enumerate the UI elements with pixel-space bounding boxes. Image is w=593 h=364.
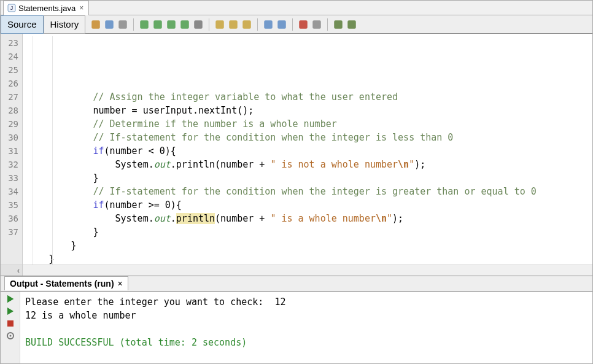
code-line[interactable]: // If-statement for the condition when t… xyxy=(26,131,592,144)
history-tab[interactable]: History xyxy=(44,15,86,34)
svg-rect-2 xyxy=(91,20,100,29)
run-again-alt-icon[interactable] xyxy=(6,306,15,316)
svg-marker-20 xyxy=(7,295,14,303)
svg-rect-13 xyxy=(264,20,273,29)
svg-rect-11 xyxy=(229,20,238,29)
java-file-icon: J xyxy=(7,4,16,12)
settings-icon[interactable] xyxy=(6,331,15,341)
code-line[interactable]: // Assign the integer variable to what t… xyxy=(26,90,592,104)
console-line: Please enter the integer you want to che… xyxy=(25,295,587,309)
output-panel: Please enter the integer you want to che… xyxy=(1,292,592,363)
svg-text:J: J xyxy=(10,5,14,11)
code-line[interactable]: // Determine if the number is a whole nu… xyxy=(26,117,592,131)
svg-rect-7 xyxy=(167,20,176,29)
svg-point-24 xyxy=(9,335,11,336)
output-tab[interactable]: Output - Statements (run) × xyxy=(4,276,128,290)
line-number: 27 xyxy=(1,90,18,104)
nav-fwd-icon[interactable] xyxy=(152,19,163,30)
svg-rect-17 xyxy=(334,20,343,29)
console-line xyxy=(25,322,587,336)
arrow-down-icon[interactable] xyxy=(228,19,239,30)
line-number: 31 xyxy=(1,144,18,158)
stop-icon[interactable] xyxy=(311,19,322,30)
indent-guide xyxy=(33,36,33,265)
svg-rect-12 xyxy=(242,20,251,29)
nav-down-icon[interactable] xyxy=(179,19,190,30)
line-number: 32 xyxy=(1,158,18,171)
code-line[interactable]: // If-statement for the condition when t… xyxy=(26,185,592,198)
svg-rect-8 xyxy=(180,20,189,29)
svg-rect-5 xyxy=(140,20,149,29)
editor-toolbar xyxy=(85,18,357,31)
code-line[interactable]: if(number >= 0){ xyxy=(26,198,592,212)
select-rect-icon[interactable] xyxy=(193,19,204,30)
line-number: 34 xyxy=(1,185,18,198)
close-icon[interactable]: × xyxy=(78,4,85,12)
line-number: 26 xyxy=(1,77,18,90)
code-line[interactable]: number = userInput.nextInt(); xyxy=(26,104,592,117)
svg-rect-15 xyxy=(299,20,308,29)
shift-left-icon[interactable] xyxy=(263,19,274,30)
code-line[interactable]: } xyxy=(26,171,592,185)
code-line[interactable]: if(number < 0){ xyxy=(26,144,592,158)
svg-rect-16 xyxy=(312,20,321,29)
svg-rect-18 xyxy=(347,20,356,29)
scrollbar-track[interactable] xyxy=(23,265,592,276)
editor-mode-bar: Source History xyxy=(1,15,592,34)
line-number: 23 xyxy=(1,36,18,50)
line-number: 37 xyxy=(1,225,18,239)
line-number: 33 xyxy=(1,171,18,185)
file-tab[interactable]: J Statements.java × xyxy=(3,1,89,15)
code-line[interactable]: } xyxy=(26,225,592,239)
arrow-up-icon[interactable] xyxy=(214,19,225,30)
code-line[interactable]: System.out.println(number + " is a whole… xyxy=(26,212,592,225)
line-number: 24 xyxy=(1,50,18,63)
arrow-return-icon[interactable] xyxy=(241,19,252,30)
indent-guide xyxy=(52,36,53,265)
svg-marker-21 xyxy=(7,308,14,315)
line-number: 29 xyxy=(1,117,18,131)
line-number: 36 xyxy=(1,212,18,225)
uncomment-icon[interactable] xyxy=(346,19,357,30)
close-icon[interactable]: × xyxy=(118,279,123,288)
line-number-gutter: 232425262728293031323334353637 xyxy=(1,34,23,265)
nav-up-icon[interactable] xyxy=(166,19,177,30)
line-number: 25 xyxy=(1,63,18,77)
output-side-toolbar xyxy=(1,292,20,363)
shift-right-icon[interactable] xyxy=(276,19,287,30)
svg-rect-3 xyxy=(105,20,114,29)
svg-rect-4 xyxy=(118,20,127,29)
output-panel-header: Output - Statements (run) × xyxy=(1,276,592,292)
svg-rect-14 xyxy=(277,20,286,29)
output-console[interactable]: Please enter the integer you want to che… xyxy=(20,292,592,363)
code-line[interactable]: System.out.println(number + " is not a w… xyxy=(26,158,592,171)
nav-back-icon[interactable] xyxy=(139,19,150,30)
comment-icon[interactable] xyxy=(333,19,344,30)
console-line: 12 is a whole number xyxy=(25,309,587,322)
console-line: BUILD SUCCESSFUL (total time: 2 seconds) xyxy=(25,336,587,349)
code-line[interactable]: } xyxy=(26,252,592,265)
horizontal-scrollbar[interactable]: ‹ xyxy=(1,265,592,276)
line-number: 28 xyxy=(1,104,18,117)
source-tab[interactable]: Source xyxy=(1,15,44,34)
file-tab-bar: J Statements.java × xyxy=(1,1,592,15)
stop-run-icon[interactable] xyxy=(6,319,15,328)
line-number: 35 xyxy=(1,198,18,212)
svg-rect-22 xyxy=(7,320,14,327)
code-line[interactable]: } xyxy=(26,239,592,252)
refresh-icon[interactable] xyxy=(90,19,101,30)
output-title: Output - Statements (run) xyxy=(10,279,114,288)
line-number: 30 xyxy=(1,131,18,144)
code-editor[interactable]: 232425262728293031323334353637 // Assign… xyxy=(1,34,592,265)
svg-rect-9 xyxy=(194,20,203,29)
code-content[interactable]: // Assign the integer variable to what t… xyxy=(23,34,592,265)
diff-icon[interactable] xyxy=(117,19,128,30)
record-icon[interactable] xyxy=(298,19,309,30)
wrap-dropdown-icon[interactable] xyxy=(104,19,115,30)
svg-rect-6 xyxy=(153,20,162,29)
scroll-left-icon[interactable]: ‹ xyxy=(1,265,23,276)
run-again-icon[interactable] xyxy=(6,294,15,304)
file-tab-label: Statements.java xyxy=(18,4,76,13)
svg-rect-10 xyxy=(215,20,224,29)
